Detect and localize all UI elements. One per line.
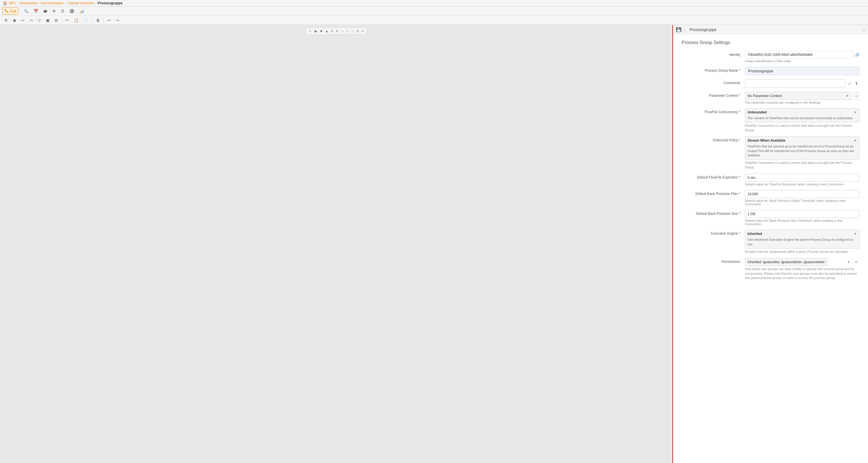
canvas-ctrl-circle2[interactable]: ○ bbox=[345, 29, 349, 34]
hierarchy-icon: ◉ bbox=[13, 18, 16, 23]
flowfile-expiration-row: Default FlowFile Expiration * Default va… bbox=[682, 174, 859, 186]
canvas-ctrl-circle[interactable]: ○ bbox=[341, 29, 344, 34]
undo-icon: ↩ bbox=[107, 18, 111, 23]
canvas-ctrl-stop[interactable]: ■ bbox=[319, 29, 323, 34]
label-button[interactable]: ▣ bbox=[44, 17, 52, 24]
param-context-hint: The parameter contexts are configured in… bbox=[745, 101, 859, 104]
hierarchy-button[interactable]: ◉ bbox=[11, 17, 18, 24]
undo-button[interactable]: ↩ bbox=[105, 17, 113, 24]
comments-input-row: ⤢ ⬆ bbox=[745, 79, 859, 88]
configure-button[interactable]: ⚙ bbox=[2, 17, 10, 24]
redo-button[interactable]: ↪ bbox=[114, 17, 121, 24]
flowfile-concurrency-dropdown[interactable]: Unbounded ▼ The number of FlowFiles that… bbox=[745, 108, 859, 122]
policy-button[interactable]: 🔘 bbox=[68, 7, 76, 15]
comments-input[interactable] bbox=[745, 79, 845, 88]
parameter-context-label: Parameter Context * bbox=[682, 92, 745, 97]
outbound-policy-header[interactable]: Stream When Available ▼ bbox=[745, 137, 859, 144]
canvas-ctrl-close[interactable]: ✕ bbox=[335, 29, 339, 34]
canvas-ctrl-circle3[interactable]: ○ bbox=[350, 29, 354, 34]
outbound-policy-text: FlowFiles that are queued up to be trans… bbox=[745, 144, 859, 159]
identity-input-row: 🔗 bbox=[745, 51, 859, 58]
enter-group-button[interactable]: ↩ bbox=[19, 17, 27, 24]
edit-button[interactable]: ✏️ Edit bbox=[2, 7, 18, 15]
main-area: ✓ ▶ ■ ▲ ℹ ✕ ○ ○ ○ 0 ≡ 💾 | Prozessgruppe … bbox=[0, 25, 868, 463]
exit-group-button[interactable]: ↪ bbox=[28, 17, 35, 24]
hash-button[interactable]: # bbox=[853, 92, 859, 99]
copy-button[interactable]: 📋 bbox=[72, 17, 81, 24]
version-button[interactable]: ⚙ bbox=[50, 7, 58, 15]
list-button[interactable]: ☰ bbox=[59, 7, 66, 15]
breadcrumb-showcases[interactable]: Showcases bbox=[20, 1, 37, 5]
back-pressure-size-input[interactable] bbox=[745, 210, 859, 218]
paste-icon: 📄 bbox=[84, 18, 88, 23]
stats-button[interactable]: 📊 bbox=[78, 7, 86, 15]
stats-icon: 📊 bbox=[80, 9, 84, 13]
link-icon[interactable]: 🔗 bbox=[855, 53, 859, 57]
configure-icon: ⚙ bbox=[4, 18, 8, 23]
header-separator: | bbox=[684, 28, 685, 32]
comments-upload-icon[interactable]: ⬆ bbox=[854, 81, 859, 86]
back-pressure-files-hint: Default value for 'Back Pressure Object … bbox=[745, 199, 859, 206]
outbound-policy-content: Stream When Available ▼ FlowFiles that a… bbox=[745, 137, 859, 170]
cut-button[interactable]: ✂ bbox=[64, 17, 71, 24]
delete-button[interactable]: 🗑 bbox=[94, 17, 102, 24]
back-pressure-size-label: Default Back Pressure Size * bbox=[682, 210, 745, 216]
breadcrumb-sep-2: › bbox=[38, 1, 39, 5]
breadcrumb-tutorial[interactable]: Tutorial-Versuche bbox=[67, 1, 94, 5]
top-navigation-bar: 🏠 DEV › Showcases › Documentation › Tuto… bbox=[0, 0, 868, 7]
paste-button[interactable]: 📄 bbox=[82, 17, 90, 24]
permissions-row: Permissions Inherited: iguasu/dev, iguas… bbox=[682, 258, 859, 280]
edit-icon: ✏️ bbox=[4, 9, 9, 13]
comments-expand-icon[interactable]: ⤢ bbox=[847, 81, 852, 86]
breadcrumb-dev[interactable]: DEV bbox=[9, 1, 16, 5]
permissions-edit-icon[interactable]: ✏ bbox=[854, 259, 859, 265]
canvas-ctrl-check[interactable]: ✓ bbox=[308, 29, 313, 34]
close-icon[interactable]: □ bbox=[863, 27, 865, 32]
process-group-name-content bbox=[745, 67, 859, 75]
copy-icon: 📋 bbox=[74, 18, 79, 23]
grid-button[interactable]: ⊞ bbox=[53, 17, 60, 24]
summary-button[interactable]: 🏔 bbox=[41, 7, 49, 15]
flowfile-concurrency-label: FlowFile Concurrency * bbox=[682, 108, 745, 114]
back-pressure-files-input[interactable] bbox=[745, 190, 859, 198]
flowfile-concurrency-header[interactable]: Unbounded ▼ bbox=[745, 109, 859, 116]
toolbar-sep-3 bbox=[92, 18, 92, 23]
execution-engine-header[interactable]: Inherited ▼ bbox=[745, 230, 859, 237]
outbound-policy-dropdown[interactable]: Stream When Available ▼ FlowFiles that a… bbox=[745, 137, 859, 160]
back-pressure-files-row: Default Back Pressure Files * Default va… bbox=[682, 190, 859, 206]
calendar-button[interactable]: 📅 bbox=[32, 7, 40, 15]
identity-input[interactable] bbox=[745, 51, 853, 58]
execution-engine-hint: Dictates how the components within a giv… bbox=[745, 250, 859, 254]
home-icon: 🏠 bbox=[3, 1, 7, 5]
flowfile-expiration-label: Default FlowFile Expiration * bbox=[682, 174, 745, 179]
flowfile-concurrency-title: Unbounded bbox=[747, 110, 854, 114]
execution-engine-dropdown[interactable]: Inherited ▼ Use whichever Execution Engi… bbox=[745, 230, 859, 249]
permissions-hint: Only these user groups can view, modify … bbox=[745, 267, 859, 280]
process-group-name-input[interactable] bbox=[745, 67, 859, 75]
filter-button[interactable]: ▽ bbox=[36, 17, 43, 24]
breadcrumb-documentation[interactable]: Documentation bbox=[40, 1, 64, 5]
exit-icon: ↪ bbox=[30, 18, 33, 23]
canvas-ctrl-play[interactable]: ▶ bbox=[314, 29, 318, 34]
canvas-area[interactable]: ✓ ▶ ■ ▲ ℹ ✕ ○ ○ ○ 0 ≡ bbox=[0, 25, 673, 463]
flowfile-expiration-hint: Default value for 'FlowFile Expiration' … bbox=[745, 182, 859, 186]
canvas-ctrl-triangle[interactable]: ▲ bbox=[324, 29, 329, 34]
search-button[interactable]: 🔍 bbox=[22, 7, 30, 15]
canvas-ctrl-info[interactable]: ℹ bbox=[331, 29, 334, 34]
permissions-select[interactable]: Inherited: iguasu/dev, iguasu/admin, igu… bbox=[745, 258, 828, 266]
flowfile-expiration-content: Default value for 'FlowFile Expiration' … bbox=[745, 174, 859, 186]
filter-icon: ▽ bbox=[38, 18, 41, 23]
settings-title: Process Group Settings bbox=[682, 40, 859, 45]
comments-label: Comments bbox=[682, 79, 745, 85]
execution-engine-text: Use whichever Execution Engine the paren… bbox=[745, 237, 859, 248]
flowfile-expiration-input[interactable] bbox=[745, 174, 859, 182]
execution-engine-label: Execution Engine * bbox=[682, 230, 745, 235]
canvas-ctrl-lines[interactable]: ≡ bbox=[361, 29, 364, 34]
panel-title: Prozessgruppe bbox=[689, 27, 716, 32]
process-group-name-label: Process Group Name * bbox=[682, 67, 745, 73]
toolbar-area: ✏️ Edit 🔍 📅 🏔 ⚙ ☰ 🔘 📊 ⚙ ◉ ↩ ↪ ▽ ▣ ⊞ ✂ 📋 … bbox=[0, 7, 868, 25]
parameter-context-select[interactable]: No Parameter Context bbox=[745, 92, 851, 100]
save-icon[interactable]: 💾 bbox=[676, 27, 682, 32]
cut-icon: ✂ bbox=[66, 18, 69, 23]
breadcrumb-sep-3: › bbox=[65, 1, 66, 5]
